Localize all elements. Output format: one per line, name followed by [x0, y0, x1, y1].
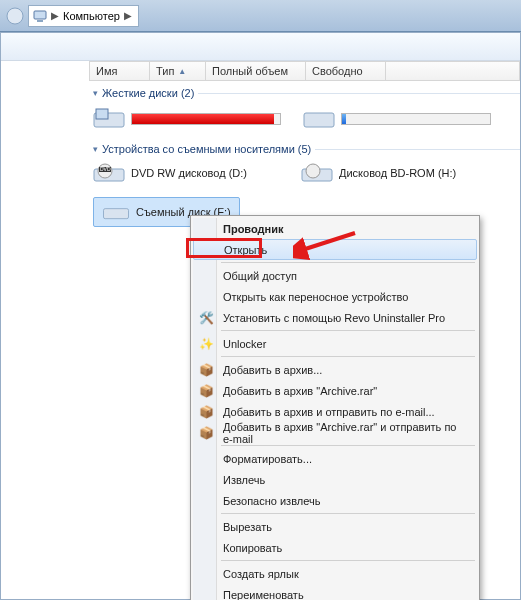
- svg-point-0: [7, 8, 23, 24]
- col-free[interactable]: Свободно: [306, 62, 386, 80]
- svg-rect-4: [96, 109, 108, 119]
- svg-point-11: [306, 164, 320, 178]
- menu-archive-named[interactable]: 📦 Добавить в архив "Archive.rar": [193, 380, 477, 401]
- device-label: Дисковод BD-ROM (H:): [339, 167, 456, 179]
- rar-icon: 📦: [198, 425, 214, 441]
- revo-icon: 🛠️: [198, 310, 214, 326]
- divider: [198, 93, 520, 94]
- toolbar: [1, 33, 520, 61]
- menu-open[interactable]: Открыть: [193, 239, 477, 260]
- col-type[interactable]: Тип▲: [150, 62, 206, 80]
- col-total[interactable]: Полный объем: [206, 62, 306, 80]
- column-headers: Имя Тип▲ Полный объем Свободно: [89, 61, 520, 81]
- usage-bar: [131, 113, 281, 125]
- computer-icon: [33, 9, 47, 23]
- menu-separator: [221, 560, 475, 561]
- menu-shortcut[interactable]: Создать ярлык: [193, 563, 477, 584]
- drive-c[interactable]: [93, 107, 293, 131]
- wand-icon: ✨: [198, 336, 214, 352]
- menu-separator: [221, 513, 475, 514]
- group-removable[interactable]: ▾ Устройства со съемными носителями (5): [89, 137, 520, 157]
- menu-revo[interactable]: 🛠️ Установить с помощью Revo Uninstaller…: [193, 307, 477, 328]
- menu-copy[interactable]: Копировать: [193, 537, 477, 558]
- svg-rect-12: [104, 209, 129, 219]
- menu-separator: [221, 445, 475, 446]
- rar-icon: 📦: [198, 404, 214, 420]
- drive-d[interactable]: [303, 107, 503, 131]
- hdd-row: [89, 101, 520, 137]
- dvd-icon: DVD: [93, 161, 125, 185]
- device-label: DVD RW дисковод (D:): [131, 167, 247, 179]
- menu-portable[interactable]: Открыть как переносное устройство: [193, 286, 477, 307]
- back-icon: [6, 7, 24, 25]
- col-name[interactable]: Имя: [90, 62, 150, 80]
- menu-share[interactable]: Общий доступ: [193, 265, 477, 286]
- chevron-down-icon: ▾: [93, 144, 98, 154]
- breadcrumb[interactable]: ▶ Компьютер ▶: [28, 5, 139, 27]
- menu-archive-email[interactable]: 📦 Добавить в архив и отправить по e-mail…: [193, 401, 477, 422]
- menu-separator: [221, 262, 475, 263]
- svg-rect-2: [37, 20, 43, 22]
- rar-icon: 📦: [198, 362, 214, 378]
- svg-rect-1: [34, 11, 46, 19]
- menu-archive-add[interactable]: 📦 Добавить в архив...: [193, 359, 477, 380]
- svg-rect-5: [304, 113, 334, 127]
- chevron-down-icon: ▾: [93, 88, 98, 98]
- menu-archive-named-email[interactable]: 📦 Добавить в архив "Archive.rar" и отпра…: [193, 422, 477, 443]
- menu-separator: [221, 330, 475, 331]
- svg-text:DVD: DVD: [100, 166, 111, 172]
- group-hdd[interactable]: ▾ Жесткие диски (2): [89, 81, 520, 101]
- hdd-icon: [93, 107, 125, 131]
- title-bar: ▶ Компьютер ▶: [0, 0, 521, 32]
- menu-safe-eject[interactable]: Безопасно извлечь: [193, 490, 477, 511]
- drive-bd[interactable]: Дисковод BD-ROM (H:): [301, 161, 501, 185]
- hdd-icon: [303, 107, 335, 131]
- context-menu: Проводник Открыть Общий доступ Открыть к…: [190, 215, 480, 600]
- menu-unlocker[interactable]: ✨ Unlocker: [193, 333, 477, 354]
- rar-icon: 📦: [198, 383, 214, 399]
- menu-rename[interactable]: Переименовать: [193, 584, 477, 600]
- chevron-right-icon: ▶: [122, 10, 134, 21]
- removable-icon: [102, 202, 130, 222]
- group-label: Устройства со съемными носителями (5): [102, 143, 311, 155]
- breadcrumb-location: Компьютер: [63, 10, 120, 22]
- chevron-right-icon: ▶: [49, 10, 61, 21]
- drive-dvd[interactable]: DVD DVD RW дисковод (D:): [93, 161, 293, 185]
- menu-cut[interactable]: Вырезать: [193, 516, 477, 537]
- sort-asc-icon: ▲: [178, 67, 186, 76]
- bd-icon: [301, 161, 333, 185]
- menu-eject[interactable]: Извлечь: [193, 469, 477, 490]
- menu-separator: [221, 356, 475, 357]
- group-label: Жесткие диски (2): [102, 87, 194, 99]
- menu-format[interactable]: Форматировать...: [193, 448, 477, 469]
- divider: [315, 149, 520, 150]
- usage-bar: [341, 113, 491, 125]
- menu-explorer[interactable]: Проводник: [193, 218, 477, 239]
